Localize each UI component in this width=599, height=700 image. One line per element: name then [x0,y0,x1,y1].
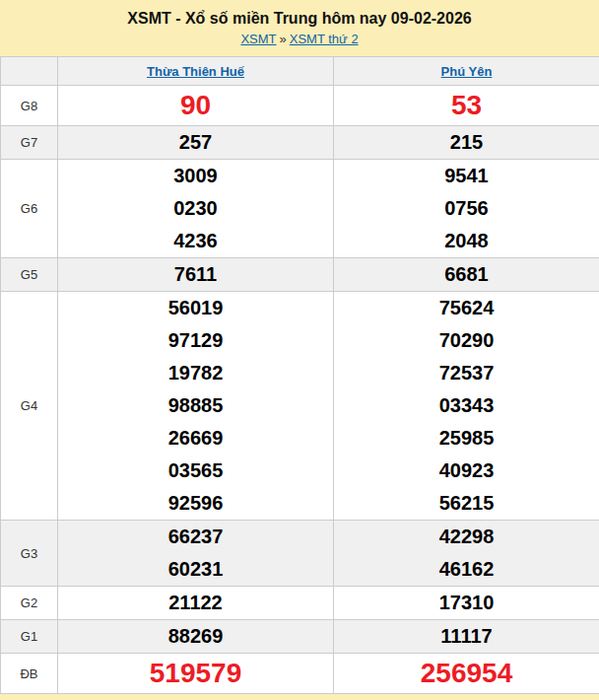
prize-number: 98885 [58,389,333,422]
prize-number: 21122 [58,587,333,619]
prize-cell: 300902304236 [58,160,334,258]
prize-row-g7: G7 257 215 [1,126,599,160]
prize-number: 03343 [334,389,599,422]
prize-number: 3009 [58,160,333,192]
province-link-phu-yen[interactable]: Phú Yên [441,64,493,79]
prize-number: 11117 [334,620,599,653]
prize-number: 90 [58,86,333,125]
prize-row-g4: G4 56019971291978298885266690356592596 7… [1,292,599,521]
breadcrumb-separator: » [277,32,290,46]
prize-number: 56019 [58,292,333,324]
page-header: XSMT - Xổ số miền Trung hôm nay 09-02-20… [0,0,599,56]
prize-row-g3: G3 6623760231 4229846162 [1,521,599,587]
column-header-phu-yen: Phú Yên [334,57,599,86]
page-title: XSMT - Xổ số miền Trung hôm nay 09-02-20… [0,9,599,29]
prize-row-g2: G2 21122 17310 [1,587,599,620]
prize-cell: 56019971291978298885266690356592596 [58,292,334,521]
prize-cell: 17310 [334,587,599,620]
lottery-results-page: XSMT - Xổ số miền Trung hôm nay 09-02-20… [0,0,599,700]
prize-number: 2048 [334,225,599,257]
prize-number: 7611 [58,258,333,291]
prize-number: 0756 [334,192,599,225]
prize-number: 60231 [58,553,333,586]
prize-label: ĐB [1,654,58,694]
prize-cell: 21122 [58,587,334,620]
prize-number: 4236 [58,225,333,257]
prize-row-g5: G5 7611 6681 [1,258,599,292]
prize-row-g6: G6 300902304236 954107562048 [1,160,599,258]
prize-number: 0230 [58,192,333,225]
prize-label: G3 [1,521,58,587]
prize-number: 256954 [334,654,599,693]
prize-cell: 7611 [58,258,334,292]
prize-label: G5 [1,258,58,292]
prize-cell: 519579 [58,654,334,694]
breadcrumb: XSMT»XSMT thứ 2 [0,32,599,46]
prize-label: G8 [1,86,58,126]
breadcrumb-link-xsmt-thu-2[interactable]: XSMT thứ 2 [290,32,359,46]
prize-row-g1: G1 88269 11117 [1,620,599,654]
prize-number: 88269 [58,620,333,653]
prize-number: 92596 [58,487,333,520]
prize-cell: 6623760231 [58,521,334,587]
prize-number: 40923 [334,455,599,487]
prize-number: 25985 [334,422,599,455]
prize-number: 42298 [334,521,599,553]
prize-number: 17310 [334,587,599,619]
corner-cell [1,57,58,86]
table-header-row: Thừa Thiên Huế Phú Yên [1,57,599,86]
prize-label: G2 [1,587,58,620]
province-link-thua-thien-hue[interactable]: Thừa Thiên Huế [147,64,244,79]
prize-cell: 257 [58,126,334,160]
prize-number: 6681 [334,258,599,291]
breadcrumb-link-xsmt[interactable]: XSMT [240,32,276,46]
prize-cell: 954107562048 [334,160,599,258]
prize-number: 26669 [58,422,333,455]
prize-cell: 53 [334,86,599,126]
prize-number: 03565 [58,455,333,487]
prize-cell: 215 [334,126,599,160]
column-header-hue: Thừa Thiên Huế [58,57,334,86]
prize-cell: 11117 [334,620,599,654]
prize-row-db: ĐB 519579 256954 [1,654,599,694]
prize-label: G7 [1,126,58,160]
bottom-divider [0,694,599,700]
prize-number: 70290 [334,324,599,357]
prize-cell: 256954 [334,654,599,694]
prize-label: G1 [1,620,58,654]
prize-number: 257 [58,126,333,159]
prize-number: 215 [334,126,599,159]
prize-cell: 6681 [334,258,599,292]
prize-number: 75624 [334,292,599,324]
prize-number: 46162 [334,553,599,586]
prize-cell: 90 [58,86,334,126]
prize-label: G4 [1,292,58,521]
results-table: Thừa Thiên Huế Phú Yên G8 90 53 G7 257 2… [0,56,599,694]
prize-number: 72537 [334,357,599,389]
prize-number: 519579 [58,654,333,693]
prize-number: 53 [334,86,599,125]
prize-cell: 88269 [58,620,334,654]
prize-number: 9541 [334,160,599,192]
prize-number: 56215 [334,487,599,520]
prize-row-g8: G8 90 53 [1,86,599,126]
prize-number: 19782 [58,357,333,389]
prize-number: 97129 [58,324,333,357]
prize-cell: 75624702907253703343259854092356215 [334,292,599,521]
prize-number: 66237 [58,521,333,553]
results-body: G8 90 53 G7 257 215 G6 300902304236 9541… [1,86,599,694]
prize-cell: 4229846162 [334,521,599,587]
prize-label: G6 [1,160,58,258]
